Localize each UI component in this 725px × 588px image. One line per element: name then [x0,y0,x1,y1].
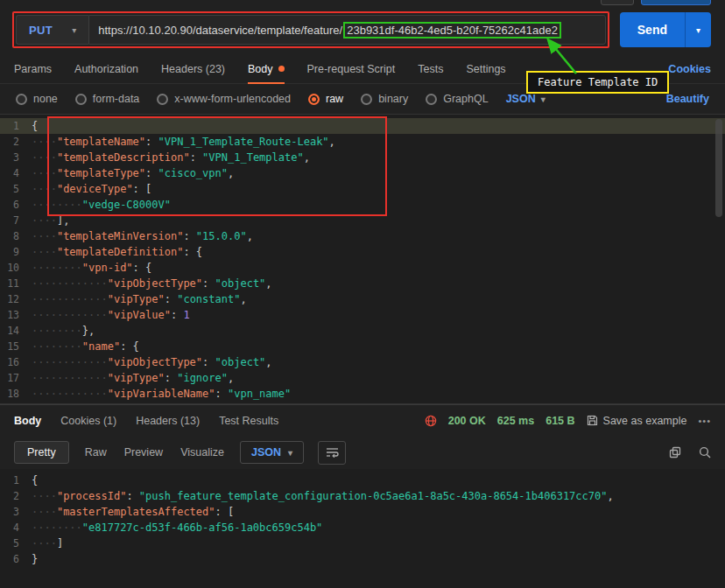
request-body-editor[interactable]: 1{2····"templateName": "VPN_1_Template_R… [0,114,725,404]
tab-label: Pre-request Script [307,63,396,75]
line-number: 1 [0,472,32,488]
tab-authorization[interactable]: Authorization [74,54,138,83]
code-line[interactable]: 7····], [0,213,725,228]
code-line[interactable]: 2····"templateName": "VPN_1_Template_Rou… [0,134,725,150]
code-line[interactable]: 17············"vipType": "ignore", [0,370,725,386]
view-tab-preview[interactable]: Preview [123,442,165,463]
code-text: ············"vipValue": 1 [32,307,190,323]
code-line[interactable]: 4····"templateType": "cisco_vpn", [0,165,725,181]
tab-body[interactable]: Body [248,54,285,83]
body-type-graphql[interactable]: GraphQL [426,93,488,105]
tab-tests[interactable]: Tests [418,54,443,83]
tab-label: Settings [466,63,505,75]
tab-params[interactable]: Params [14,54,52,83]
code-line[interactable]: 6} [0,551,725,567]
response-code-lines: 1{2····"processId": "push_feature_templa… [0,472,725,567]
radio-icon [157,94,168,105]
code-line[interactable]: 12············"vipType": "constant", [0,291,725,307]
radio-icon [16,94,27,105]
code-line[interactable]: 13············"vipValue": 1 [0,307,725,323]
code-line[interactable]: 10········"vpn-id": { [0,260,725,276]
code-line[interactable]: 3····"templateDescription": "VPN_1_Templ… [0,150,725,165]
view-tab-pretty[interactable]: Pretty [14,441,69,464]
code-text: ····"processId": "push_feature_template_… [32,488,614,504]
line-number: 5 [0,181,32,197]
body-type-raw[interactable]: raw [308,93,343,105]
body-type-x-www-form-urlencoded[interactable]: x-www-form-urlencoded [157,93,291,105]
code-text: { [32,472,38,488]
line-number: 3 [0,504,32,520]
radio-label: none [33,93,58,105]
copy-icon[interactable] [669,446,681,458]
response-body-editor[interactable]: 1{2····"processId": "push_feature_templa… [0,469,725,588]
code-line[interactable]: 2····"processId": "push_feature_template… [0,488,725,504]
response-size[interactable]: 615 B [546,415,574,427]
toolbar-button-fragment[interactable] [641,0,711,5]
save-as-example-button[interactable]: Save as example [587,415,687,427]
beautify-link[interactable]: Beautify [666,93,709,105]
save-icon [587,415,598,426]
postman-window: PUT ▾ https://10.10.20.90/dataservice/te… [0,0,725,588]
tab-label: Authorization [74,63,138,75]
code-line[interactable]: 4········"e817727c-d53f-466b-af56-1a0bc6… [0,520,725,536]
send-options-button[interactable]: ▾ [685,12,711,47]
line-number: 4 [0,520,32,536]
code-line[interactable]: 9····"templateDefinition": { [0,244,725,260]
chevron-down-icon: ▾ [696,25,700,35]
line-number: 17 [0,370,32,386]
code-text: ········}, [32,323,95,339]
code-line[interactable]: 6········"vedge-C8000V" [0,197,725,213]
code-line[interactable]: 8····"templateMinVersion": "15.0.0", [0,228,725,244]
tab-headers[interactable]: Headers (23) [161,54,225,83]
view-tab-raw[interactable]: Raw [83,442,109,463]
save-button-fragment[interactable] [601,0,634,5]
code-line[interactable]: 15········"name": { [0,339,725,354]
code-text: ········"vedge-C8000V" [32,197,171,213]
line-number: 6 [0,551,32,567]
more-options-button[interactable]: ••• [698,416,711,426]
line-number: 18 [0,386,32,402]
response-tab-cookies[interactable]: Cookies (1) [60,415,116,427]
tab-label: Body [248,63,273,75]
code-line[interactable]: 5····"deviceType": [ [0,181,725,197]
cookies-link[interactable]: Cookies [668,54,711,83]
code-line[interactable]: 16············"vipObjectType": "object", [0,354,725,370]
tab-settings[interactable]: Settings [466,54,505,83]
body-type-binary[interactable]: binary [361,93,408,105]
response-time[interactable]: 625 ms [497,415,534,427]
code-line[interactable]: 18············"vipVariableName": "vpn_na… [0,386,725,402]
code-text: ············"vipType": "ignore", [32,370,234,386]
code-line[interactable]: 5····] [0,536,725,551]
annotation-red-box-url: PUT ▾ https://10.10.20.90/dataservice/te… [12,11,609,48]
network-warning-icon[interactable] [425,415,437,427]
code-text: ····"deviceType": [ [32,181,151,197]
tab-pre-request-script[interactable]: Pre-request Script [307,54,396,83]
code-line[interactable]: 1{ [0,118,725,134]
body-type-form-data[interactable]: form-data [75,93,140,105]
search-icon[interactable] [699,446,711,458]
code-line[interactable]: 3····"masterTemplatesAffected": [ [0,504,725,520]
response-tab-headers[interactable]: Headers (13) [136,415,200,427]
body-format-dropdown[interactable]: JSON▾ [506,93,546,105]
editor-scrollbar[interactable] [715,119,722,217]
method-dropdown[interactable]: PUT ▾ [16,15,88,45]
response-toolbar: Pretty Raw Preview Visualize JSON ▾ [0,436,725,469]
code-text: ········"name": { [32,339,139,354]
line-number: 2 [0,134,32,150]
wrap-lines-button[interactable] [318,441,346,465]
body-type-none[interactable]: none [16,93,58,105]
code-line[interactable]: 1{ [0,472,725,488]
send-button[interactable]: Send [620,12,685,47]
response-format-dropdown[interactable]: JSON ▾ [240,441,304,464]
response-meta: 200 OK 625 ms 615 B Save as example ••• [425,415,711,427]
url-input[interactable]: https://10.10.20.90/dataservice/template… [88,15,606,45]
code-line[interactable]: 11············"vipObjectType": "object", [0,276,725,291]
response-tab-test-results[interactable]: Test Results [219,415,278,427]
line-number: 1 [0,118,32,134]
status-badge[interactable]: 200 OK [448,415,486,427]
send-split-button: Send ▾ [620,12,711,47]
response-actions [669,446,711,458]
response-tab-body[interactable]: Body [14,415,41,427]
code-line[interactable]: 14········}, [0,323,725,339]
view-tab-visualize[interactable]: Visualize [179,442,226,463]
